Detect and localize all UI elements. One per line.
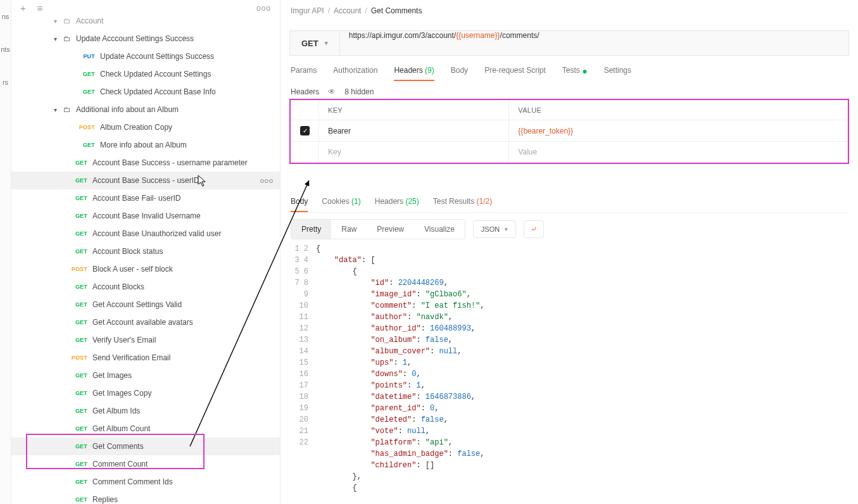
method-badge: GET xyxy=(70,301,87,308)
method-badge: POST xyxy=(77,124,95,130)
request-label: Check Updated Account Settings xyxy=(100,70,211,79)
request-row[interactable]: GETAccount Base Success - username param… xyxy=(11,154,280,172)
chevron-down-icon[interactable]: ▾ xyxy=(51,18,60,25)
view-pretty[interactable]: Pretty xyxy=(291,220,331,239)
tab-body[interactable]: Body xyxy=(451,66,468,81)
request-row[interactable]: GETGet Album Count xyxy=(11,420,280,438)
header-row: ✓ Bearer {{bearer_token}} xyxy=(291,120,848,142)
view-visualize[interactable]: Visualize xyxy=(414,220,465,239)
request-row[interactable]: GETReplies xyxy=(11,491,280,504)
view-raw[interactable]: Raw xyxy=(331,220,367,239)
row-more-icon[interactable]: ooo xyxy=(260,177,274,184)
header-key-cell[interactable]: Bearer xyxy=(319,120,509,142)
request-label: Comment Comment Ids xyxy=(92,477,173,486)
header-value-input[interactable]: Value xyxy=(509,142,848,163)
request-row[interactable]: GETGet Account available avatars xyxy=(11,313,280,331)
filter-icon[interactable]: ≡ xyxy=(37,3,43,13)
request-row[interactable]: POSTBlock A user - self block xyxy=(11,260,280,278)
breadcrumb-root[interactable]: Imgur API xyxy=(291,6,324,15)
request-row[interactable]: GETAccount Base Fail- userID xyxy=(11,189,280,207)
response-body[interactable]: 1 2 3 4 5 6 7 8 9 10 11 12 13 14 15 16 1… xyxy=(291,243,848,494)
chevron-down-icon[interactable]: ▾ xyxy=(51,106,60,113)
request-label: Account Base Invalid Username xyxy=(92,211,201,220)
tab-count: (9) xyxy=(425,66,434,75)
method-badge: GET xyxy=(70,479,87,485)
request-row[interactable]: GETAccount Base Success - userIDooo xyxy=(11,172,280,189)
request-row[interactable]: GETGet Images Copy xyxy=(11,384,280,402)
view-preview[interactable]: Preview xyxy=(367,220,414,239)
request-row[interactable]: GETAccount Blocks xyxy=(11,278,280,296)
request-row[interactable]: GETGet Comments xyxy=(11,438,280,455)
new-tab-icon[interactable]: + xyxy=(20,3,26,13)
tab-authorization[interactable]: Authorization xyxy=(333,66,377,81)
line-gutter: 1 2 3 4 5 6 7 8 9 10 11 12 13 14 15 16 1… xyxy=(291,243,316,494)
method-badge: GET xyxy=(70,372,87,379)
request-row[interactable]: PUTUpdate Account Settings Success xyxy=(11,47,280,65)
chevron-down-icon[interactable]: ▾ xyxy=(51,35,60,42)
wrap-lines-icon[interactable]: ⤶ xyxy=(524,220,544,238)
request-row[interactable]: GETAccount Base Unauthorized valid user xyxy=(11,225,280,243)
header-value-cell[interactable]: {{bearer_token}} xyxy=(509,120,848,142)
request-row[interactable]: GETCheck Updated Account Base Info xyxy=(11,83,280,101)
request-row[interactable]: GETCheck Updated Account Settings xyxy=(11,65,280,83)
request-row[interactable]: GETGet Images xyxy=(11,367,280,384)
tab-params[interactable]: Params xyxy=(291,66,317,81)
method-badge: GET xyxy=(70,496,87,503)
header-key-input[interactable]: Key xyxy=(319,142,509,163)
request-row[interactable]: GETGet Account Settings Valid xyxy=(11,296,280,313)
folder-row[interactable]: ▾🗀Account xyxy=(11,16,280,30)
format-select[interactable]: JSON ▾ xyxy=(473,220,516,238)
http-method-label: GET xyxy=(301,39,319,48)
method-badge: GET xyxy=(70,408,87,414)
folder-row[interactable]: ▾🗀Additional info about an Album xyxy=(11,101,280,118)
folder-row[interactable]: ▾🗀Update Acccount Settings Success xyxy=(11,30,280,47)
resp-tab-tests[interactable]: Test Results (1/2) xyxy=(433,193,492,212)
request-row[interactable]: GETMore info about an Album xyxy=(11,136,280,154)
method-badge: POST xyxy=(70,266,87,272)
request-row[interactable]: POSTAlbum Creation Copy xyxy=(11,118,280,136)
request-row[interactable]: GETComment Count xyxy=(11,455,280,473)
http-method-select[interactable]: GET ▾ xyxy=(290,31,340,55)
request-row[interactable]: GETGet Album Ids xyxy=(11,402,280,420)
chevron-down-icon: ▾ xyxy=(505,226,508,232)
headers-title: Headers xyxy=(291,87,319,96)
breadcrumb-sep: / xyxy=(365,6,367,15)
col-key: KEY xyxy=(319,101,509,120)
request-row[interactable]: GETVerify User's Email xyxy=(11,331,280,349)
request-row[interactable]: POSTSend Verification Email xyxy=(11,349,280,367)
url-input[interactable]: https://api.imgur.com/3/account/{{userna… xyxy=(340,31,849,55)
url-text: https://api.imgur.com/3/account/ xyxy=(349,31,456,40)
tab-prerequest[interactable]: Pre-request Script xyxy=(484,66,546,81)
tab-settings[interactable]: Settings xyxy=(604,66,631,81)
strip-item: ns xyxy=(2,13,9,20)
headers-table-highlight: KEY VALUE ✓ Bearer {{bearer_token}} Key … xyxy=(289,99,849,164)
resp-tab-body[interactable]: Body xyxy=(291,193,308,212)
json-code[interactable]: { "data": [ { "id": 2204448269, "image_i… xyxy=(316,243,484,494)
request-label: More info about an Album xyxy=(100,141,187,149)
resp-tab-cookies[interactable]: Cookies (1) xyxy=(322,193,360,212)
request-row[interactable]: GETAccount Block status xyxy=(11,243,280,260)
hidden-count[interactable]: 8 hidden xyxy=(344,87,374,96)
sidebar-more-icon[interactable]: ooo xyxy=(256,4,271,13)
request-label: Account Block status xyxy=(92,247,163,256)
collection-sidebar: + ≡ ooo ▾🗀Account▾🗀Update Acccount Setti… xyxy=(11,0,281,504)
checkbox-checked[interactable]: ✓ xyxy=(300,126,310,135)
request-label: Get Album Count xyxy=(92,424,150,433)
tab-count: (1/2) xyxy=(476,197,492,206)
resp-tab-headers[interactable]: Headers (25) xyxy=(375,193,419,212)
request-label: Account Blocks xyxy=(92,282,144,291)
eye-icon[interactable]: 👁 xyxy=(328,87,336,96)
breadcrumb-current: Get Comments xyxy=(371,6,422,15)
method-badge: GET xyxy=(70,230,87,237)
method-badge: GET xyxy=(70,443,87,450)
request-row[interactable]: GETComment Comment Ids xyxy=(11,473,280,491)
method-badge: GET xyxy=(77,71,95,77)
url-bar: GET ▾ https://api.imgur.com/3/account/{{… xyxy=(289,30,849,56)
breadcrumb-folder[interactable]: Account xyxy=(334,6,361,15)
tab-tests[interactable]: Tests ● xyxy=(562,66,588,81)
tab-headers[interactable]: Headers (9) xyxy=(394,66,434,81)
request-row[interactable]: GETAccount Base Invalid Username xyxy=(11,207,280,225)
response-view-bar: Pretty Raw Preview Visualize JSON ▾ ⤶ xyxy=(291,219,848,239)
request-label: Account Base Fail- userID xyxy=(92,194,180,203)
request-panel: Imgur API / Account / Get Comments GET ▾… xyxy=(281,0,858,504)
